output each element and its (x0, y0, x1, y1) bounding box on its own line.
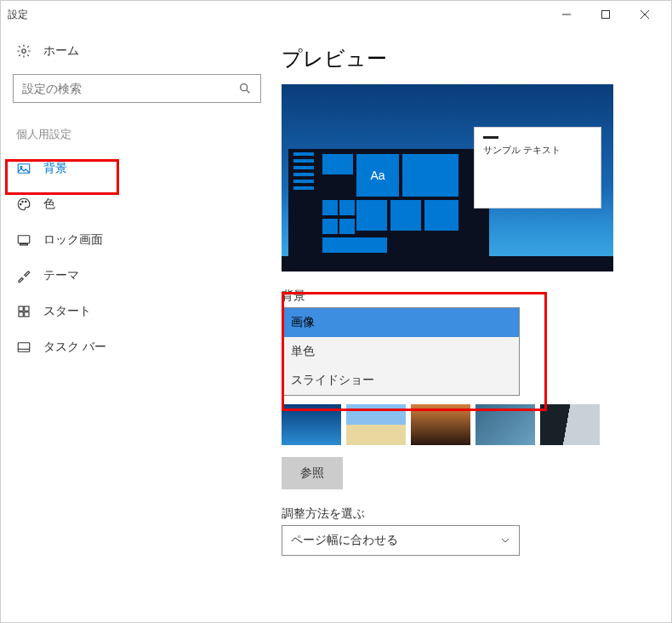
svg-point-4 (22, 49, 26, 54)
picture-thumbnails (282, 404, 646, 445)
minimize-button[interactable] (547, 1, 586, 28)
thumbnail[interactable] (282, 404, 341, 445)
gear-icon (16, 43, 31, 59)
chevron-down-icon (500, 535, 510, 546)
sidebar-item-label: ロック画面 (43, 232, 103, 248)
thumbnail[interactable] (346, 404, 406, 445)
sidebar-item-label: タスク バー (43, 340, 106, 355)
section-heading: 個人用設定 (1, 111, 273, 151)
search-input[interactable] (22, 82, 238, 95)
dropdown-option-image[interactable]: 画像 (282, 308, 519, 337)
sidebar-item-label: 背景 (43, 161, 67, 176)
close-button[interactable] (625, 1, 664, 28)
thumbnail[interactable] (411, 404, 470, 445)
sidebar-item-label: スタート (43, 304, 91, 319)
picture-icon (16, 161, 31, 176)
sidebar-item-themes[interactable]: テーマ (1, 258, 273, 294)
desktop-preview: Aa サンプル テキスト (282, 84, 613, 271)
svg-rect-17 (25, 312, 29, 317)
home-label: ホーム (43, 43, 79, 59)
fit-dropdown[interactable]: ページ幅に合わせる (282, 525, 520, 556)
search-input-container[interactable] (13, 74, 261, 103)
thumbnail[interactable] (476, 404, 535, 445)
svg-rect-14 (19, 306, 23, 311)
background-label: 背景 (282, 289, 646, 304)
thumbnail[interactable] (540, 404, 600, 445)
search-icon (238, 82, 252, 95)
sidebar-item-label: テーマ (43, 268, 79, 283)
background-dropdown[interactable]: 画像 単色 スライドショー (282, 307, 520, 396)
window-title: 設定 (8, 8, 28, 22)
sidebar-item-label: 色 (43, 197, 55, 212)
sidebar-item-background[interactable]: 背景 (1, 151, 273, 186)
taskbar-icon (16, 340, 31, 355)
svg-line-6 (247, 90, 249, 93)
theme-icon (16, 268, 31, 283)
svg-rect-15 (25, 306, 29, 311)
sidebar-item-start[interactable]: スタート (1, 294, 273, 329)
svg-point-9 (20, 203, 22, 205)
svg-rect-1 (602, 11, 610, 19)
dropdown-option-slideshow[interactable]: スライドショー (282, 366, 519, 395)
sidebar-item-colors[interactable]: 色 (1, 186, 273, 222)
preview-heading: プレビュー (282, 45, 646, 72)
dropdown-option-solid[interactable]: 単色 (282, 337, 519, 366)
maximize-button[interactable] (586, 1, 625, 28)
svg-point-5 (241, 84, 248, 91)
home-button[interactable]: ホーム (1, 37, 273, 66)
sidebar-item-lockscreen[interactable]: ロック画面 (1, 222, 273, 258)
svg-rect-18 (18, 343, 30, 352)
fit-value: ページ幅に合わせる (291, 533, 398, 548)
preview-sample-text: サンプル テキスト (483, 144, 592, 157)
svg-rect-13 (20, 244, 28, 246)
fit-label: 調整方法を選ぶ (282, 506, 646, 522)
browse-button[interactable]: 参照 (282, 457, 343, 489)
svg-rect-12 (18, 236, 30, 243)
sidebar-item-taskbar[interactable]: タスク バー (1, 329, 273, 365)
svg-point-10 (22, 201, 24, 203)
lockscreen-icon (16, 232, 31, 248)
svg-rect-16 (19, 312, 23, 317)
start-icon (16, 304, 31, 319)
preview-tile-aa: Aa (356, 154, 399, 197)
palette-icon (16, 197, 31, 212)
svg-point-11 (26, 201, 27, 203)
preview-sample-window: サンプル テキスト (474, 127, 601, 209)
